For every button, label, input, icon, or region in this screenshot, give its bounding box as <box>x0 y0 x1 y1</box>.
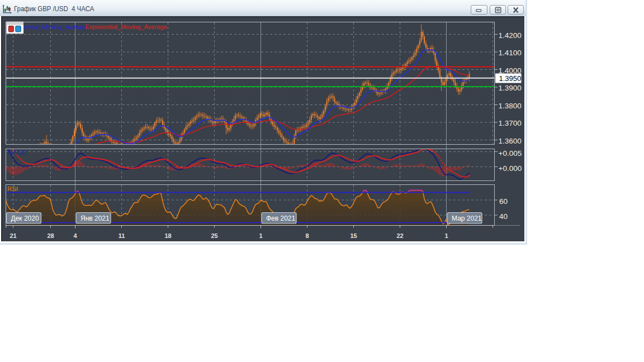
svg-text:25: 25 <box>211 232 217 239</box>
svg-text:Exponential_Moving_Average: Exponential_Moving_Average <box>86 23 167 30</box>
svg-text:18: 18 <box>164 232 171 239</box>
svg-text:1.3900: 1.3900 <box>499 84 522 92</box>
svg-text:28: 28 <box>47 232 54 239</box>
svg-text:Фев 2021: Фев 2021 <box>266 215 296 222</box>
svg-text:RSI: RSI <box>7 185 18 192</box>
svg-text:Янв 2021: Янв 2021 <box>80 215 110 222</box>
svg-text:1: 1 <box>259 232 262 239</box>
svg-text:MACD: MACD <box>7 149 26 156</box>
svg-text:1.3950: 1.3950 <box>499 74 522 83</box>
svg-text:Дек 2020: Дек 2020 <box>11 215 39 222</box>
svg-text:+0.005: +0.005 <box>499 149 522 158</box>
svg-text:15: 15 <box>350 232 357 239</box>
svg-text:1: 1 <box>444 232 448 239</box>
svg-text:+0.000: +0.000 <box>499 164 522 173</box>
svg-text:40: 40 <box>499 212 508 221</box>
svg-text:1.3600: 1.3600 <box>499 137 522 145</box>
svg-text:11: 11 <box>119 232 125 239</box>
svg-text:1.3800: 1.3800 <box>499 102 522 110</box>
svg-text:22: 22 <box>396 232 403 239</box>
svg-text:1.3700: 1.3700 <box>499 119 522 127</box>
svg-text:4: 4 <box>73 232 77 239</box>
svg-text:60: 60 <box>499 197 508 206</box>
svg-text:ential_Moving_Average: ential_Moving_Average <box>24 23 88 30</box>
svg-text:Мар 2021: Мар 2021 <box>452 215 482 222</box>
svg-text:21: 21 <box>10 232 16 239</box>
svg-text:8: 8 <box>305 232 309 239</box>
svg-text:1.4100: 1.4100 <box>499 49 522 57</box>
svg-text:1.4000: 1.4000 <box>499 66 522 75</box>
svg-text:1.4200: 1.4200 <box>499 31 522 40</box>
